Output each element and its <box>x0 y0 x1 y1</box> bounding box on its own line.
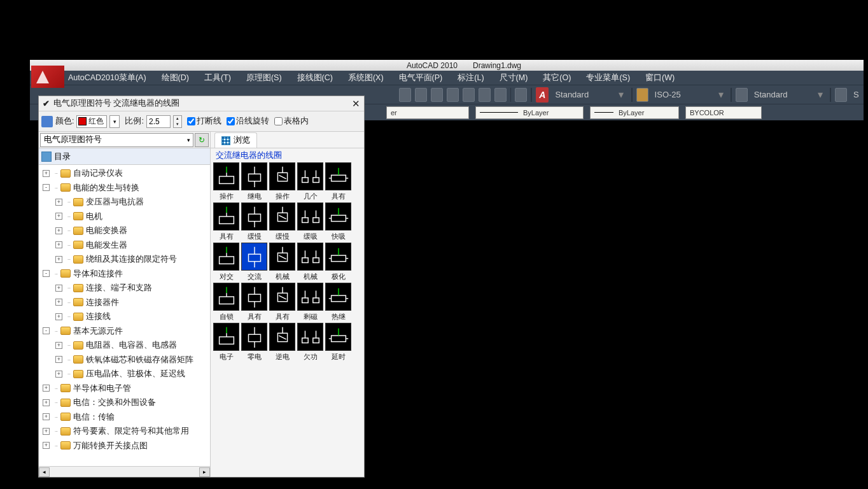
symbol-thumb[interactable] <box>297 162 323 190</box>
expander-icon[interactable]: - <box>43 184 50 191</box>
dim-style-icon[interactable] <box>636 88 648 102</box>
expander-icon[interactable]: + <box>55 299 62 306</box>
menu-item[interactable]: AutoCAD2010菜单(A) <box>68 73 146 83</box>
menu-item[interactable]: 接线图(C) <box>297 73 333 83</box>
symbol-thumb[interactable] <box>325 243 351 271</box>
symbol-thumb[interactable] <box>241 323 267 351</box>
toolbar-icon[interactable] <box>447 88 459 102</box>
tree-node[interactable]: +···电能变换器 <box>39 223 210 238</box>
expander-icon[interactable]: - <box>43 327 50 334</box>
tree-node[interactable]: +···压电晶体、驻极体、延迟线 <box>39 367 210 381</box>
tree-node[interactable]: +···连接、端子和支路 <box>39 281 210 295</box>
menu-item[interactable]: 专业菜单(S) <box>586 73 630 83</box>
scroll-right-icon[interactable]: ▸ <box>199 467 210 477</box>
menu-item[interactable]: 绘图(D) <box>162 73 189 83</box>
symbol-thumb[interactable] <box>213 202 239 230</box>
symbol-thumb[interactable] <box>325 323 351 351</box>
tree-node[interactable]: -···电能的发生与转换 <box>39 181 210 195</box>
menu-item[interactable]: 尺寸(M) <box>500 73 528 83</box>
lineweight-box[interactable]: ByLayer <box>590 106 679 119</box>
expander-icon[interactable]: + <box>55 256 62 263</box>
toolbar-icon[interactable] <box>431 88 443 102</box>
expander-icon[interactable]: + <box>55 342 62 349</box>
expander-icon[interactable]: + <box>55 199 62 206</box>
home-icon[interactable] <box>41 116 53 127</box>
symbol-grid[interactable]: 操作继电操作几个具有具有缓慢缓慢缓吸快吸对交交流机械机械极化自锁具有具有剩磁热继… <box>211 162 364 477</box>
tree-node[interactable]: +···变压器与电抗器 <box>39 195 210 209</box>
symbol-thumb[interactable] <box>241 202 267 230</box>
expander-icon[interactable]: + <box>55 213 62 220</box>
symbol-thumb[interactable] <box>297 283 323 311</box>
symbol-thumb[interactable] <box>213 283 239 311</box>
expander-icon[interactable]: + <box>55 227 62 234</box>
expander-icon[interactable]: + <box>43 399 50 406</box>
symbol-thumb[interactable] <box>241 162 267 190</box>
symbol-thumb[interactable] <box>297 323 323 351</box>
symbol-thumb[interactable] <box>297 202 323 230</box>
break-line-checkbox[interactable]: 打断线 <box>187 116 221 127</box>
tree-node[interactable]: +···连接线 <box>39 309 210 324</box>
toolbar-icon[interactable] <box>415 88 427 102</box>
scale-spinner[interactable]: ▴▾ <box>173 115 182 128</box>
symbol-thumb[interactable] <box>325 283 351 311</box>
tree-node[interactable]: -···导体和连接件 <box>39 267 210 281</box>
tab-browse[interactable]: 浏览 <box>214 132 257 148</box>
search-icon[interactable] <box>835 88 847 102</box>
tree-root[interactable]: 目录 <box>39 148 210 165</box>
symbol-thumb[interactable] <box>325 162 351 190</box>
chevron-down-icon[interactable]: ▾ <box>718 89 727 101</box>
table-style-icon[interactable] <box>736 88 748 102</box>
chevron-down-icon[interactable]: ▾ <box>619 89 627 101</box>
menu-item[interactable]: 电气平面(P) <box>399 73 443 83</box>
symbol-thumb[interactable] <box>213 162 239 190</box>
drawing-canvas[interactable] <box>395 190 864 489</box>
tree-node[interactable]: +···绕组及其连接的限定符号 <box>39 252 210 267</box>
toolbar-icon[interactable] <box>515 88 527 102</box>
category-combo[interactable]: 电气原理图符号▾ <box>40 133 193 147</box>
expander-icon[interactable]: + <box>55 356 62 363</box>
table-style[interactable]: Standard <box>754 90 811 99</box>
toolbar-icon[interactable] <box>494 88 507 102</box>
horizontal-scrollbar[interactable]: ◂ ▸ <box>39 466 210 477</box>
menu-item[interactable]: 标注(L) <box>458 73 484 83</box>
expander-icon[interactable]: + <box>43 170 50 177</box>
tree-node[interactable]: +···符号要素、限定符号和其他常用 <box>39 424 210 439</box>
text-style[interactable]: Standard <box>555 90 612 99</box>
symbol-thumb[interactable] <box>213 243 239 271</box>
symbol-thumb[interactable] <box>213 323 239 351</box>
expander-icon[interactable]: + <box>43 442 50 449</box>
scale-input[interactable] <box>146 115 171 128</box>
toolbar-icon[interactable] <box>463 88 475 102</box>
expander-icon[interactable]: + <box>55 241 62 248</box>
tree-node[interactable]: +···电阻器、电容器、电感器 <box>39 338 210 353</box>
menu-item[interactable]: 原理图(S) <box>246 73 282 83</box>
expander-icon[interactable]: + <box>55 371 62 378</box>
menu-item[interactable]: 其它(O) <box>543 73 571 83</box>
rotate-along-checkbox[interactable]: 沿线旋转 <box>227 116 269 127</box>
tree-node[interactable]: +···电机 <box>39 209 210 224</box>
symbol-thumb[interactable] <box>325 202 351 230</box>
tree-node[interactable]: +···电信：交换和外围设备 <box>39 395 210 410</box>
tree-node[interactable]: +···连接器件 <box>39 295 210 310</box>
chevron-down-icon[interactable]: ▾ <box>818 89 827 101</box>
symbol-thumb[interactable] <box>269 243 295 271</box>
close-icon[interactable]: ✕ <box>352 98 360 110</box>
plotstyle-box[interactable]: BYCOLOR <box>685 106 762 119</box>
symbol-thumb[interactable] <box>269 323 295 351</box>
tree-node[interactable]: +···半导体和电子管 <box>39 381 210 396</box>
expander-icon[interactable]: + <box>55 285 62 292</box>
prop-box[interactable]: er <box>386 106 469 119</box>
symbol-thumb[interactable] <box>269 162 295 190</box>
toolbar-icon[interactable] <box>479 88 491 102</box>
tree-view[interactable]: +···自动记录仪表-···电能的发生与转换+···变压器与电抗器+···电机+… <box>39 165 210 466</box>
chevron-down-icon[interactable]: ▾ <box>109 115 120 128</box>
tree-node[interactable]: +···万能转换开关接点图 <box>39 439 210 453</box>
symbol-thumb[interactable] <box>269 283 295 311</box>
expander-icon[interactable]: + <box>43 413 50 420</box>
expander-icon[interactable]: + <box>43 428 50 435</box>
tree-node[interactable]: +···电能发生器 <box>39 238 210 253</box>
menu-item[interactable]: 工具(T) <box>204 73 231 83</box>
expander-icon[interactable]: - <box>43 270 50 277</box>
tree-node[interactable]: +···电信：传输 <box>39 410 210 425</box>
expander-icon[interactable]: + <box>55 313 62 320</box>
